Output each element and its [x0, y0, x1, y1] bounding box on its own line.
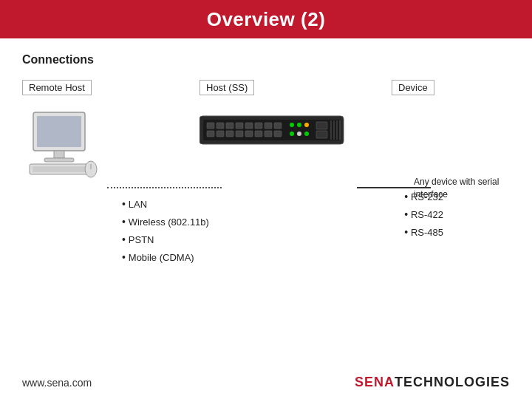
page-header: Overview (2)	[0, 0, 532, 38]
logo-sena-text: SENA	[355, 375, 395, 390]
svg-rect-19	[216, 131, 224, 137]
svg-rect-13	[236, 123, 243, 129]
svg-rect-11	[216, 123, 224, 129]
list-item: Mobile (CDMA)	[122, 251, 209, 263]
svg-rect-17	[274, 123, 282, 129]
svg-point-27	[297, 123, 301, 127]
left-connection-list: LAN Wireless (802.11b) PSTN Mobile (CDMA…	[122, 198, 209, 269]
svg-point-29	[290, 132, 294, 136]
host-ss-label: Host (SS)	[200, 80, 254, 95]
svg-rect-25	[274, 131, 282, 137]
page-title: Overview (2)	[207, 8, 326, 31]
svg-rect-16	[265, 123, 272, 129]
connections-diagram: Remote Host	[22, 80, 510, 331]
svg-rect-32	[316, 122, 327, 129]
svg-rect-1	[37, 116, 81, 147]
svg-rect-18	[207, 131, 214, 137]
device-label: Device	[392, 80, 434, 95]
svg-rect-5	[33, 166, 86, 172]
list-item: RS-232	[404, 191, 443, 202]
svg-point-28	[304, 123, 309, 127]
svg-rect-15	[255, 123, 262, 129]
svg-rect-2	[54, 151, 64, 158]
right-connection-list: RS-232 RS-422 RS-485	[404, 191, 443, 244]
svg-point-26	[290, 123, 294, 127]
svg-rect-12	[226, 123, 233, 129]
remote-host-section: Remote Host	[22, 80, 126, 185]
svg-point-30	[297, 132, 301, 136]
page-footer: www.sena.com SENA TECHNOLOGIES	[22, 375, 510, 390]
website-url: www.sena.com	[22, 377, 92, 389]
host-ss-section: Host (SS)	[200, 80, 362, 156]
logo-tech-text: TECHNOLOGIES	[395, 375, 510, 390]
svg-rect-3	[44, 158, 74, 162]
list-item: LAN	[122, 198, 209, 210]
list-item: Wireless (802.11b)	[122, 216, 209, 228]
svg-rect-10	[207, 123, 214, 129]
ss-device-icon	[200, 109, 362, 156]
svg-rect-22	[245, 131, 253, 137]
sena-logo: SENA TECHNOLOGIES	[355, 375, 510, 390]
dotted-connection-line	[107, 187, 222, 188]
list-item: PSTN	[122, 233, 209, 245]
svg-point-31	[304, 132, 309, 136]
svg-rect-23	[255, 131, 262, 137]
svg-rect-14	[245, 123, 253, 129]
section-title: Connections	[22, 53, 510, 66]
main-content: Connections Remote Host	[0, 38, 532, 338]
computer-icon	[26, 109, 126, 185]
svg-rect-33	[316, 131, 327, 138]
list-item: RS-422	[404, 208, 443, 220]
list-item: RS-485	[404, 226, 443, 238]
svg-rect-20	[226, 131, 233, 137]
device-section: Device	[392, 80, 510, 101]
svg-rect-21	[236, 131, 243, 137]
svg-rect-24	[265, 131, 272, 137]
remote-host-label: Remote Host	[22, 80, 92, 95]
